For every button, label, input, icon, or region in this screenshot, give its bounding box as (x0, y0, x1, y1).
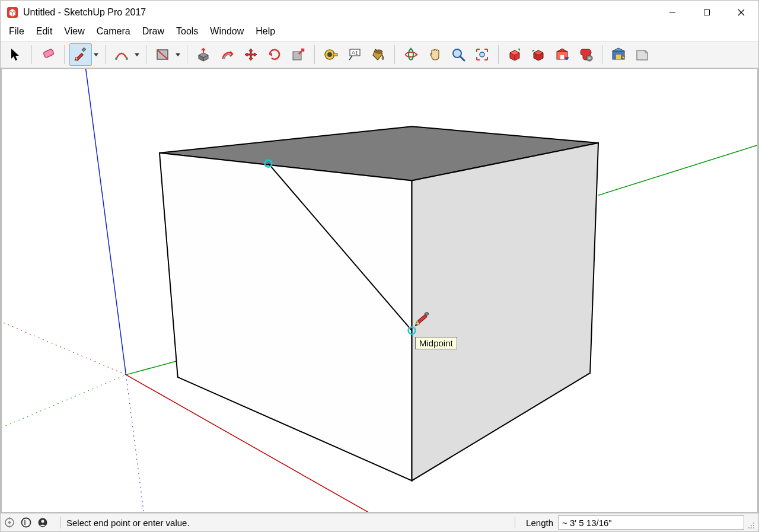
close-button[interactable] (724, 1, 758, 24)
svg-point-63 (753, 527, 754, 528)
arc-tool-dropdown[interactable] (133, 44, 141, 65)
svg-point-29 (409, 49, 413, 60)
toolbar-separator (602, 45, 602, 64)
3d-warehouse-icon[interactable] (551, 43, 573, 66)
svg-marker-37 (518, 49, 520, 51)
send-to-layout-icon[interactable] (631, 43, 653, 66)
sign-in-icon[interactable] (37, 517, 48, 528)
blue-axis-dashed (126, 375, 144, 512)
tape-measure-tool-icon[interactable] (320, 43, 342, 66)
menu-edit[interactable]: Edit (30, 25, 59, 38)
svg-point-46 (588, 57, 591, 59)
length-value-input[interactable]: ~ 3' 5 13/16" (558, 515, 744, 530)
menu-view[interactable]: View (58, 25, 90, 38)
zoom-tool-icon[interactable] (447, 43, 470, 66)
resize-grip-icon[interactable] (747, 516, 755, 529)
svg-point-59 (22, 518, 31, 527)
svg-point-28 (406, 52, 416, 57)
svg-marker-48 (613, 48, 624, 51)
model-viewport[interactable]: Midpoint (1, 68, 758, 513)
scene-canvas (2, 69, 757, 512)
box-front-face (160, 153, 412, 481)
svg-marker-10 (94, 53, 98, 56)
svg-marker-31 (410, 47, 412, 49)
toolbar-separator (187, 45, 187, 64)
svg-point-62 (42, 520, 44, 523)
move-tool-icon[interactable] (240, 43, 262, 66)
svg-marker-16 (176, 53, 180, 56)
minimize-button[interactable] (655, 1, 690, 24)
status-separator (515, 517, 515, 528)
extension-warehouse-icon[interactable] (607, 43, 630, 66)
toolbar-separator (314, 45, 315, 64)
menu-file[interactable]: File (3, 25, 30, 38)
toolbar-separator (31, 45, 32, 64)
push-pull-tool-icon[interactable] (192, 43, 215, 66)
toolbar-separator (394, 45, 395, 64)
title-bar: Untitled - SketchUp Pro 2017 (1, 1, 758, 24)
svg-marker-40 (532, 50, 535, 52)
line-tool-icon[interactable] (69, 43, 92, 66)
rotate-tool-icon[interactable] (263, 43, 286, 66)
green-axis-back (598, 145, 757, 195)
blue-axis (85, 69, 126, 375)
length-value-text: ~ 3' 5 13/16" (562, 518, 612, 528)
extension-manager-icon[interactable] (575, 43, 597, 66)
select-tool-icon[interactable] (4, 43, 27, 66)
eraser-tool-icon[interactable] (37, 43, 59, 66)
toolbar-separator (146, 45, 146, 64)
offset-tool-icon[interactable] (216, 43, 238, 66)
svg-rect-9 (82, 47, 85, 51)
menu-draw[interactable]: Draw (136, 25, 170, 38)
menu-tools[interactable]: Tools (170, 25, 204, 38)
status-hint: Select end point or enter value. (66, 518, 190, 528)
svg-point-65 (751, 527, 752, 528)
green-axis-dashed (2, 375, 126, 428)
svg-rect-49 (616, 55, 621, 59)
status-bar: i Select end point or enter value. Lengt… (1, 513, 758, 531)
svg-marker-30 (416, 53, 418, 56)
credits-icon[interactable]: i (21, 517, 31, 528)
status-measurements: Length ~ 3' 5 13/16" (509, 515, 755, 530)
paint-bucket-tool-icon[interactable] (367, 43, 390, 66)
line-tool-dropdown[interactable] (92, 44, 100, 65)
svg-point-68 (748, 527, 750, 528)
menu-window[interactable]: Window (204, 25, 250, 38)
pan-tool-icon[interactable] (423, 43, 446, 66)
main-toolbar: A1 (1, 41, 758, 68)
window-title: Untitled - SketchUp Pro 2017 (23, 7, 146, 18)
shapes-tool-dropdown[interactable] (174, 44, 182, 65)
svg-point-66 (753, 523, 754, 524)
svg-point-64 (753, 525, 754, 526)
svg-point-56 (8, 521, 11, 524)
length-label: Length (521, 518, 558, 528)
svg-marker-13 (135, 53, 139, 56)
sketchup-app-icon (7, 7, 18, 18)
toolbar-separator (498, 45, 499, 64)
svg-point-27 (375, 50, 382, 53)
text-tool-icon[interactable]: A1 (343, 43, 366, 66)
get-models-icon[interactable] (503, 43, 526, 66)
zoom-extents-tool-icon[interactable] (471, 43, 493, 66)
arc-tool-icon[interactable] (110, 43, 133, 66)
svg-text:A1: A1 (352, 50, 358, 56)
geo-location-icon[interactable] (4, 517, 15, 528)
maximize-button[interactable] (690, 1, 724, 24)
svg-rect-24 (333, 53, 337, 56)
scale-tool-icon[interactable] (287, 43, 310, 66)
svg-line-33 (460, 56, 464, 60)
svg-rect-43 (560, 55, 564, 59)
svg-text:i: i (24, 519, 26, 526)
orbit-tool-icon[interactable] (400, 43, 422, 66)
menu-help[interactable]: Help (250, 25, 281, 38)
menu-camera[interactable]: Camera (91, 25, 136, 38)
svg-point-34 (480, 52, 484, 57)
application-window: Untitled - SketchUp Pro 2017 File Edit V… (0, 0, 759, 532)
svg-point-12 (126, 58, 128, 60)
shapes-tool-icon[interactable] (151, 43, 174, 66)
svg-rect-5 (43, 49, 55, 58)
share-model-icon[interactable] (527, 43, 550, 66)
toolbar-separator (105, 45, 106, 64)
svg-rect-2 (704, 10, 710, 15)
svg-point-67 (751, 525, 752, 526)
